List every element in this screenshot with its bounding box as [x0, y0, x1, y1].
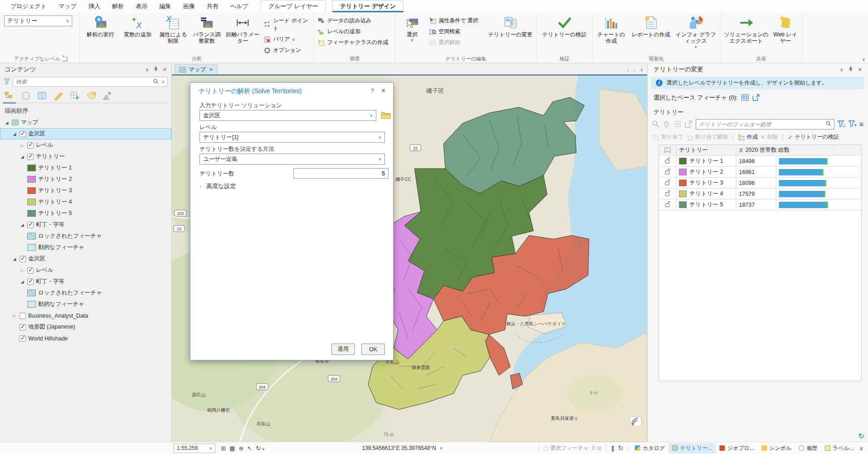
snapping-icon[interactable]: ⊕ — [237, 445, 245, 452]
layer-item-business-analyst-data[interactable]: ▷ Business_Analyst_Data — [0, 310, 171, 321]
clear-selection-icon[interactable]: ⊠ — [595, 445, 604, 452]
pause-drawing-icon[interactable]: ∥ — [609, 445, 616, 452]
expander-icon[interactable]: ▷ — [20, 143, 25, 148]
chevron-down-icon[interactable]: ∨ — [161, 80, 165, 84]
spatial-query-button[interactable]: 空間検索 — [428, 27, 486, 36]
web-layer-button[interactable]: Web レイヤー — [771, 13, 800, 45]
pin-icon[interactable] — [848, 66, 853, 73]
refresh-icon[interactable]: ↻ — [616, 444, 626, 452]
more-panes-icon[interactable]: ∨ — [857, 445, 865, 452]
run-analysis-button[interactable]: 解析の実行 — [82, 13, 119, 38]
layer-item-territory[interactable]: ◢ テリトリー — [0, 151, 171, 162]
contents-search-input[interactable] — [16, 79, 153, 85]
menu-hamburger-icon[interactable]: ≡ — [859, 120, 863, 129]
layer-checkbox[interactable] — [20, 256, 26, 262]
territory-count-input[interactable] — [294, 168, 389, 179]
unlocked-icon[interactable] — [665, 190, 670, 198]
solution-combo[interactable]: 金沢区 ∨ — [200, 110, 376, 121]
add-level-button[interactable]: + レベルの追加 — [316, 27, 393, 36]
menu-project[interactable]: プロジェクト — [5, 0, 53, 12]
assign-button[interactable]: + 割り当て — [652, 133, 683, 141]
infographics-button[interactable]: インフォ グラフィックス ∨ — [674, 13, 718, 50]
legend-item-territory-3[interactable]: テリトリー 3 — [0, 185, 171, 196]
active-level-combo[interactable]: テリトリー ∨ — [4, 15, 72, 26]
tab-editing[interactable] — [54, 91, 64, 100]
search-icon[interactable] — [826, 121, 831, 128]
pane-tab-catalog[interactable]: カタログ — [631, 443, 668, 454]
tab-group-layer[interactable]: グループ レイヤー — [261, 0, 326, 12]
create-chart-button[interactable]: チャートの作成 — [595, 13, 628, 45]
menu-edit[interactable]: 編集 — [154, 0, 177, 12]
legend-item-locked-features[interactable]: ロックされたフィーチャ — [0, 230, 171, 242]
unlocked-icon[interactable] — [665, 157, 670, 165]
options-button[interactable]: オプション — [262, 46, 311, 55]
grid-icon[interactable]: ▦ — [228, 445, 237, 452]
ribbon-collapse-icon[interactable]: ∨ — [862, 57, 865, 62]
layer-checkbox[interactable] — [27, 142, 34, 149]
tab-scroll-right-icon[interactable]: › — [634, 67, 635, 73]
close-icon[interactable]: ✕ — [381, 87, 386, 94]
search-icon[interactable] — [153, 79, 159, 85]
tab-imagery[interactable] — [103, 91, 113, 100]
layer-checkbox[interactable] — [27, 154, 34, 160]
layer-item-map[interactable]: ◢ マップ — [0, 117, 171, 128]
legend-item-territory-5[interactable]: テリトリー 5 — [0, 208, 171, 219]
coordinates-display[interactable]: 139.5456613°E 35.3976548°N ∨ — [362, 445, 443, 451]
chevron-down-icon[interactable]: ∨ — [840, 67, 843, 73]
expander-icon[interactable]: ▷ — [12, 314, 17, 318]
close-icon[interactable]: ✕ — [209, 67, 213, 73]
export-solution-button[interactable]: ソリューションの エクスポート — [723, 13, 770, 45]
legend-item-territory-1[interactable]: テリトリー 1 — [0, 162, 171, 174]
select-by-attributes-button[interactable]: 属性条件で 選択 — [428, 16, 486, 25]
unlocked-icon[interactable] — [665, 168, 670, 176]
pane-tab-history[interactable]: 履歴 — [795, 443, 821, 454]
create-report-button[interactable]: レポートの作成 — [629, 13, 673, 38]
legend-item-locked-features-2[interactable]: ロックされたフィーチャ — [0, 287, 171, 299]
pan-arrows-icon[interactable]: ↖ — [245, 445, 254, 452]
territory-row-1[interactable]: テリトリー 1 18496 — [659, 156, 861, 167]
tab-selection[interactable] — [37, 91, 47, 100]
territory-row-4[interactable]: テリトリー 4 17579 — [659, 189, 861, 200]
balance-variables-button[interactable]: バランス調整変数 — [190, 13, 223, 45]
layer-item-chocho-aza[interactable]: ◢ 町丁・字等 — [0, 219, 171, 230]
validate-territories-button[interactable]: ✓ テリトリーの検証 — [788, 133, 839, 141]
tab-drawing-order[interactable] — [5, 91, 15, 100]
open-in-new-icon[interactable] — [753, 94, 760, 102]
browse-folder-icon[interactable] — [381, 110, 391, 120]
menu-analysis[interactable]: 解析 — [106, 0, 130, 12]
layer-item-chocho-aza-2[interactable]: ◢ 町丁・字等 — [0, 276, 171, 287]
filter-funnel-icon[interactable] — [4, 78, 10, 86]
legend-item-territory-2[interactable]: テリトリー 2 — [0, 174, 171, 185]
zoom-to-icon[interactable] — [652, 120, 660, 128]
open-table-icon[interactable] — [685, 120, 693, 128]
menu-map[interactable]: マップ — [53, 0, 83, 12]
menu-view[interactable]: 表示 — [130, 0, 154, 12]
clear-selection-button[interactable]: 選択解除 — [428, 38, 486, 47]
add-graticule-icon[interactable]: ⊞ — [219, 445, 228, 452]
center-on-icon[interactable] — [674, 120, 682, 128]
layer-item-world-hillshade[interactable]: ◢ World Hillshade — [0, 333, 171, 344]
expander-icon[interactable]: ◢ — [12, 132, 17, 136]
attribute-table-icon[interactable] — [741, 94, 749, 102]
expander-icon[interactable]: ◢ — [4, 120, 10, 125]
layer-item-level-2[interactable]: ▷ レベル — [0, 264, 171, 276]
attribute-constraint-button[interactable]: X 属性による制限 — [157, 13, 190, 45]
menu-imagery[interactable]: 画像 — [177, 0, 201, 12]
menu-share[interactable]: 共有 — [201, 0, 224, 12]
unlocked-icon[interactable] — [665, 201, 670, 209]
add-variable-button[interactable]: +X 変数の追加 — [120, 13, 156, 38]
scale-combo[interactable]: 1:55,256 ∨ — [174, 444, 215, 453]
method-combo[interactable]: ユーザー定義 ∨ — [200, 154, 385, 165]
locator-button[interactable] — [630, 416, 642, 426]
menu-insert[interactable]: 挿入 — [83, 0, 106, 12]
layer-checkbox[interactable] — [27, 267, 34, 274]
expander-icon[interactable]: ▷ — [20, 268, 25, 273]
layer-item-topo-japanese[interactable]: ◢ 地形図 (Japanese) — [0, 321, 171, 333]
layer-checkbox[interactable] — [20, 131, 26, 137]
territory-filter-input[interactable] — [699, 121, 826, 128]
tab-scroll-left-icon[interactable]: ‹ — [628, 67, 629, 73]
load-data-button[interactable]: データの読み込み — [316, 16, 393, 25]
expander-icon[interactable]: ◢ — [20, 279, 25, 284]
layer-checkbox[interactable] — [20, 335, 26, 342]
layer-checkbox[interactable] — [27, 222, 34, 228]
